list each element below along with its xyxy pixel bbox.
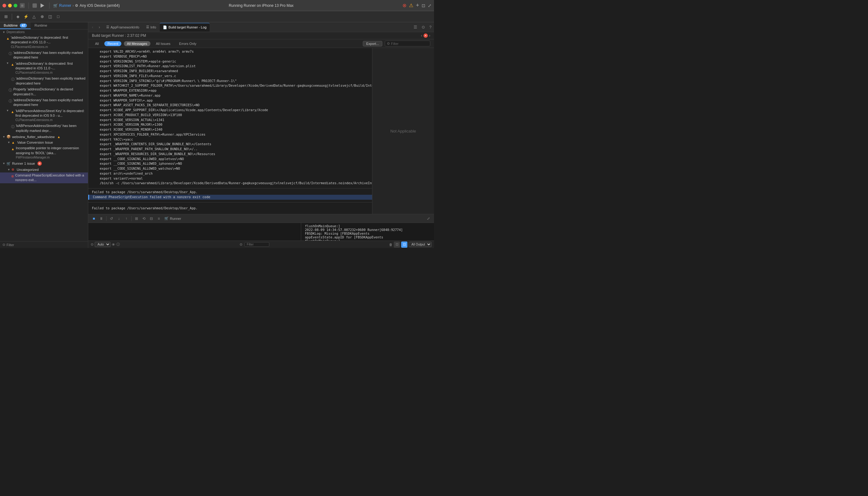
list-item[interactable]: ⓘ 'addressDictionary' has been explicitl… — [0, 50, 88, 61]
help-icon[interactable]: ? — [428, 24, 433, 30]
maximize-button[interactable] — [14, 4, 17, 7]
command-failed-item[interactable]: ⊗ Command PhaseScriptExecution failed wi… — [0, 172, 88, 183]
log-line: export XCODE_PRODUCT_BUILD_VERSION\=13F1… — [88, 113, 372, 118]
trash-icon[interactable]: 🗑 — [389, 243, 393, 246]
list-item[interactable]: ▼ ▲ 'kABPersonAddressStreet Key' is depr… — [0, 108, 88, 123]
tab-appframeworkinfo[interactable]: ☰ AppFrameworkInfo — [103, 23, 142, 32]
error-icon: ⊗ — [403, 2, 407, 9]
filter-all-messages-btn[interactable]: All Messages — [124, 41, 150, 46]
breakpoints-icon[interactable]: ◈ — [15, 13, 21, 20]
add-button[interactable]: + — [416, 2, 419, 9]
device-icon[interactable]: □ — [55, 13, 62, 20]
close-button[interactable] — [2, 4, 6, 7]
debug-right: ⤢ — [425, 216, 431, 222]
sidebar-toggle-icon[interactable]: ⊞ — [20, 3, 25, 8]
log-line: export WRAPPER_EXTENSION\=app — [88, 88, 372, 93]
uncategorized-group[interactable]: ▼ ⊗ Uncategorized — [0, 167, 88, 172]
runtime-issues-icon[interactable]: ⚡ — [22, 13, 29, 20]
debug-right-panel[interactable]: flushOnMainQueue:] 2022-08-09 14:34:57.0… — [301, 223, 434, 241]
error-highlighted-line: Command PhaseScriptExecution failed with… — [88, 195, 372, 200]
buildtime-tab[interactable]: Buildtime 47 — [0, 22, 31, 29]
list-item[interactable]: ⓘ 'addressDictionary' has been explicitl… — [0, 97, 88, 108]
list-item[interactable]: ▲ 'addressDictionary' is deprecated: fir… — [0, 35, 88, 50]
list-item[interactable]: ⓘ Property 'addressDictionary' is declar… — [0, 87, 88, 97]
list-item[interactable]: ▼ ▲ 'addressDictionary' is deprecated: f… — [0, 61, 88, 76]
export-button[interactable]: Export... — [363, 41, 382, 46]
tab-buildtarget[interactable]: 📄 Build target Runner - Log — [160, 23, 209, 32]
split-icon[interactable]: ⊡ — [394, 242, 400, 248]
pause-btn[interactable]: ⏸ — [98, 216, 104, 222]
history-icon[interactable]: ⊙ — [421, 24, 426, 30]
grid-btn[interactable]: ⊞ — [133, 216, 140, 222]
webview-group[interactable]: ▼ 📦 webview_flutter_wkwebview ▲ — [0, 134, 88, 140]
error-badge: ⊗ — [37, 161, 42, 166]
expand-icon[interactable]: ⤢ — [425, 216, 431, 222]
filter-all-btn[interactable]: All — [92, 41, 102, 46]
output-select[interactable]: All Output — [409, 242, 431, 247]
log-nav: ‹ ✕ › — [421, 33, 430, 38]
console-filter-input[interactable] — [244, 242, 269, 247]
log-line: export WRAP_ASSET_PACKS_IN_SEPARATE_DIRE… — [88, 103, 372, 108]
step-down-btn[interactable]: ↓ — [116, 216, 122, 222]
log-split: export VALID_ARCHS\=arm64\ arm64e\ armv7… — [88, 48, 434, 214]
warning-icon: ▲ — [57, 135, 60, 139]
warning-icon: ▲ — [6, 36, 10, 41]
log-line: export VALID_ARCHS\=arm64\ arm64e\ armv7… — [88, 49, 372, 54]
list-btn[interactable]: ≡ — [156, 216, 162, 222]
debug-output-line: 2022-08-09 14:34:57.087232+0600 Runner[6… — [305, 228, 430, 232]
log-scroll[interactable]: export VALID_ARCHS\=arm64\ arm64e\ armv7… — [88, 48, 372, 214]
nav-back-button[interactable]: ‹ — [90, 24, 96, 30]
log-line: export VERSIONING_SYSTEM\=apple-generic — [88, 59, 372, 64]
grid-view-icon[interactable]: ⊞ — [2, 13, 9, 20]
log-close-button[interactable]: ✕ — [424, 33, 428, 38]
filter-icon: ⊙ — [2, 243, 5, 247]
error-title-line: Failed to package /Users/sarwarahmed/Des… — [88, 190, 372, 195]
info-icon: ⓘ — [11, 124, 15, 129]
list-item[interactable]: ⓘ 'addressDictionary' has been explicitl… — [0, 76, 88, 87]
minus-btn[interactable]: ⊟ — [148, 216, 155, 222]
fullscreen-icon[interactable]: ⤢ — [428, 3, 431, 8]
list-item[interactable]: ▲ Incompatible pointer to integer conver… — [0, 145, 88, 160]
tab-info[interactable]: ☰ Info — [143, 23, 159, 32]
environment-icon[interactable]: ⊕ — [39, 13, 46, 20]
play-button[interactable] — [39, 2, 46, 9]
log-line: export __CODE_SIGNING_ALLOWED_watchos\=N… — [88, 166, 372, 171]
info-icon: ⓘ — [11, 77, 15, 82]
titlebar-right: ⊗ ⚠ + ⊡ ⤢ — [403, 2, 431, 9]
debug-left-panel — [88, 223, 301, 241]
runtime-tab[interactable]: Runtime — [31, 22, 51, 29]
stop-button[interactable] — [32, 3, 37, 8]
split-icon-active[interactable]: ⊡ — [401, 242, 407, 248]
filter-input[interactable] — [391, 42, 428, 46]
nav-forward-button[interactable]: › — [96, 24, 102, 30]
split-editor-icon[interactable]: ☰ — [412, 24, 419, 30]
sidebar-content: ▼ Deprecations ▲ 'addressDictionary' is … — [0, 29, 88, 241]
auto-select[interactable]: Auto — [95, 242, 111, 247]
log-line: export WATCHKIT_2_SUPPORT_FOLDER_PATH\=/… — [88, 83, 372, 88]
log-line: export _WRAPPER_CONTENTS_DIR_SHALLOW_BUN… — [88, 142, 372, 147]
record-btn[interactable]: ■ — [91, 216, 97, 222]
not-applicable-label: Not Applicable — [390, 129, 416, 134]
app-name-label: Runner — [59, 3, 71, 8]
info-icon: ⓘ — [9, 98, 12, 104]
list-item[interactable]: ⓘ 'kABPersonAddressStreetKey' has been e… — [0, 123, 88, 134]
filter-all-issues-btn[interactable]: All Issues — [153, 41, 174, 46]
filter-recent-btn[interactable]: Recent — [104, 41, 121, 46]
log-nav-prev[interactable]: ‹ — [421, 33, 422, 38]
content-area: ‹ › ☰ AppFrameworkInfo ☰ Info 📄 Build ta… — [88, 22, 434, 248]
log-nav-next[interactable]: › — [429, 33, 430, 38]
scheme-icon[interactable]: ◫ — [47, 13, 53, 20]
deprecations-group[interactable]: ▼ Deprecations — [0, 29, 88, 35]
titlebar: ⊞ 🛒 Runner › ⚙ Any iOS Device (arm64) Ru… — [0, 0, 434, 11]
rotate-btn[interactable]: ⟲ — [141, 216, 147, 222]
split-view-icon[interactable]: ⊡ — [422, 3, 425, 8]
step-over-btn[interactable]: ↺ — [108, 216, 114, 222]
runner-group[interactable]: ▼ 🛒 Runner 1 issue ⊗ — [0, 160, 88, 167]
step-up-btn[interactable]: ↑ — [123, 216, 129, 222]
filter-errors-only-btn[interactable]: Errors Only — [176, 41, 200, 46]
memory-icon[interactable]: △ — [31, 13, 37, 20]
error-icon: ⊗ — [11, 174, 14, 179]
minimize-button[interactable] — [8, 4, 12, 7]
info-icon: ⓘ — [9, 51, 12, 56]
value-conversion-group[interactable]: ▼ ▲ Value Conversion Issue — [0, 140, 88, 145]
